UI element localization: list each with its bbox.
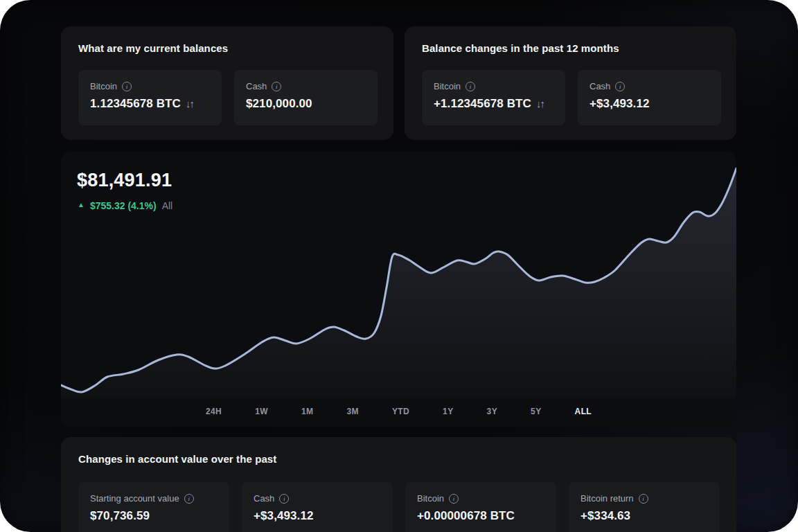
- range-button-3m[interactable]: 3M: [346, 405, 359, 418]
- range-button-1m[interactable]: 1M: [301, 405, 314, 418]
- cash-balance-label: Cash: [246, 81, 267, 91]
- starting-account-value: $70,736.59: [90, 509, 150, 523]
- range-button-5y[interactable]: 5Y: [530, 405, 542, 418]
- info-icon[interactable]: i: [449, 494, 459, 504]
- bitcoin-balance-stat: Bitcoin i 1.12345678 BTC ↓↑: [78, 70, 222, 125]
- current-balances-stats: Bitcoin i 1.12345678 BTC ↓↑ Cash i $210,…: [78, 70, 378, 125]
- cash-balance-stat: Cash i $210,000.00: [234, 70, 378, 125]
- range-button-3y[interactable]: 3Y: [486, 405, 498, 418]
- info-icon[interactable]: i: [639, 494, 648, 504]
- info-icon[interactable]: i: [466, 82, 475, 91]
- cash-balance-value: $210,000.00: [246, 97, 312, 111]
- range-button-1w[interactable]: 1W: [254, 405, 269, 418]
- info-icon[interactable]: i: [122, 82, 132, 91]
- account-value-changes-title: Changes in account value over the past: [78, 453, 276, 465]
- info-icon[interactable]: i: [184, 494, 194, 504]
- bitcoin-change-value: +1.12345678 BTC: [434, 97, 531, 111]
- bitcoin-account-change-label: Bitcoin: [417, 493, 444, 504]
- bitcoin-change-label: Bitcoin: [434, 81, 461, 91]
- balance-changes-stats: Bitcoin i +1.12345678 BTC ↓↑ Cash i +$3,…: [422, 70, 721, 125]
- bitcoin-balance-label: Bitcoin: [90, 81, 117, 91]
- unit-toggle-arrows-icon[interactable]: ↓↑: [186, 98, 193, 109]
- account-value-changes-card: Changes in account value over the past S…: [61, 437, 736, 532]
- cash-account-change-value: +$3,493.12: [254, 509, 314, 523]
- range-button-all[interactable]: ALL: [574, 405, 593, 418]
- balance-changes-title: Balance changes in the past 12 months: [422, 42, 619, 54]
- bitcoin-account-change-stat: Bitcoin i +0.00000678 BTC: [405, 482, 556, 532]
- balance-changes-card: Balance changes in the past 12 months Bi…: [405, 26, 736, 140]
- range-button-24h[interactable]: 24H: [205, 405, 222, 418]
- cash-change-value: +$3,493.12: [589, 97, 650, 111]
- range-button-1y[interactable]: 1Y: [442, 405, 454, 418]
- range-button-ytd[interactable]: YTD: [391, 405, 410, 418]
- info-icon[interactable]: i: [272, 82, 281, 91]
- bitcoin-balance-value: 1.12345678 BTC: [90, 97, 181, 111]
- bitcoin-change-stat: Bitcoin i +1.12345678 BTC ↓↑: [422, 70, 565, 125]
- current-balances-card: What are my current balances Bitcoin i 1…: [61, 26, 393, 140]
- app-screen: What are my current balances Bitcoin i 1…: [0, 0, 798, 532]
- cash-account-change-label: Cash: [254, 493, 274, 504]
- cash-account-change-stat: Cash i +$3,493.12: [242, 482, 393, 532]
- time-range-selector: 24H 1W 1M 3M YTD 1Y 3Y 5Y ALL: [61, 405, 736, 418]
- chart-area-path: [61, 168, 736, 398]
- unit-toggle-arrows-icon[interactable]: ↓↑: [536, 98, 544, 109]
- bitcoin-return-label: Bitcoin return: [580, 493, 634, 504]
- current-balances-title: What are my current balances: [78, 42, 228, 54]
- cash-change-stat: Cash i +$3,493.12: [578, 70, 721, 125]
- cash-change-label: Cash: [589, 81, 610, 91]
- info-icon[interactable]: i: [615, 82, 625, 91]
- starting-account-value-label: Starting account value: [90, 493, 179, 504]
- bitcoin-return-value: +$334.63: [580, 509, 630, 523]
- bitcoin-account-change-value: +0.00000678 BTC: [417, 509, 515, 523]
- info-icon[interactable]: i: [279, 494, 289, 504]
- account-value-stats: Starting account value i $70,736.59 Cash…: [78, 482, 720, 532]
- bitcoin-return-stat: Bitcoin return i +$334.63: [569, 482, 720, 532]
- portfolio-chart-card: $81,491.91 ▲ $755.32 (4.1%) All 24H 1W 1…: [61, 152, 736, 427]
- portfolio-line-chart[interactable]: [61, 163, 736, 398]
- starting-account-value-stat: Starting account value i $70,736.59: [78, 482, 229, 532]
